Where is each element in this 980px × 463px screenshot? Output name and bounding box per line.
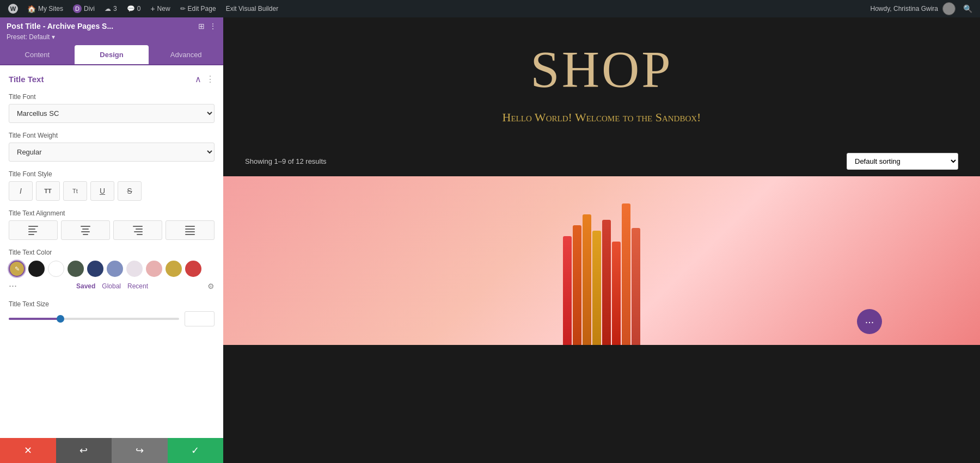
color-settings-button[interactable]: ⚙: [207, 282, 215, 291]
admin-bar-comments[interactable]: 💬 0: [122, 0, 145, 17]
cancel-button[interactable]: ✕: [0, 438, 56, 463]
undo-button[interactable]: ↩: [56, 438, 112, 463]
font-style-capitalize[interactable]: Tt: [63, 181, 87, 201]
admin-bar-cloud[interactable]: ☁ 3: [100, 0, 121, 17]
panel-content: Title Text ∧ ⋮ Title Font Marcellus SC O…: [0, 65, 223, 438]
title-text-size-field: Title Text Size 30px: [9, 300, 215, 326]
title-font-field: Title Font Marcellus SC Open Sans Roboto…: [9, 93, 215, 123]
color-tab-global[interactable]: Global: [102, 282, 121, 290]
section-actions: ∧ ⋮: [195, 74, 215, 84]
shop-subtitle: Hello World! Welcome to the Sandbox!: [234, 110, 969, 125]
admin-bar-mysites[interactable]: 🏠 My Sites: [23, 0, 68, 17]
section-title: Title Text: [9, 75, 44, 84]
tab-design[interactable]: Design: [75, 45, 149, 64]
color-swatch-white[interactable]: [48, 261, 64, 277]
panel-header: Post Title - Archive Pages S... ⊞ ⋮ Pres…: [0, 17, 223, 45]
align-justify-button[interactable]: [166, 220, 215, 240]
redo-button[interactable]: ↪: [112, 438, 168, 463]
align-right-button[interactable]: [113, 220, 162, 240]
cancel-icon: ✕: [24, 445, 32, 456]
tab-advanced[interactable]: Advanced: [149, 45, 223, 64]
exit-builder-label: Exit Visual Builder: [226, 5, 279, 13]
title-size-slider-track[interactable]: [9, 318, 179, 320]
floating-action-button[interactable]: ···: [857, 309, 882, 334]
wp-logo-item[interactable]: W: [4, 0, 22, 17]
pencil-amber: [583, 214, 591, 345]
section-collapse-button[interactable]: ∧: [195, 74, 201, 84]
slider-thumb[interactable]: [57, 315, 64, 323]
sorting-select[interactable]: Default sorting Sort by popularity Sort …: [847, 153, 958, 170]
color-tab-items: Saved Global Recent: [76, 282, 148, 290]
align-center-icon: [81, 226, 90, 235]
preset-dropdown-arrow: ▾: [52, 33, 55, 41]
panel-grid-icon[interactable]: ⊞: [198, 22, 205, 30]
admin-bar-exit-builder[interactable]: Exit Visual Builder: [222, 0, 283, 17]
font-style-underline[interactable]: U: [90, 181, 114, 201]
align-center-button[interactable]: [61, 220, 110, 240]
panel-tabs: Content Design Advanced: [0, 45, 223, 65]
color-swatch-pink[interactable]: [146, 261, 162, 277]
align-right-icon: [133, 226, 143, 235]
pencil-deep-orange: [622, 203, 630, 345]
section-more-button[interactable]: ⋮: [206, 74, 215, 84]
title-text-alignment-field: Title Text Alignment: [9, 209, 215, 240]
color-swatch-black[interactable]: [28, 261, 45, 277]
color-swatch-gold2[interactable]: [166, 261, 182, 277]
title-font-weight-select[interactable]: Regular Bold Light Medium: [9, 143, 215, 162]
pencil-red: [563, 236, 572, 345]
title-text-color-label: Title Text Color: [9, 249, 215, 256]
panel-menu-icon[interactable]: ⋮: [209, 22, 217, 30]
save-button[interactable]: ✓: [168, 438, 224, 463]
shop-hero: SHOP Hello World! Welcome to the Sandbox…: [223, 17, 980, 146]
title-text-color-field: Title Text Color ··· Saved: [9, 249, 215, 292]
pencil-salmon: [632, 228, 640, 345]
divi-label: Divi: [84, 5, 95, 13]
color-swatch-navy[interactable]: [87, 261, 103, 277]
color-tab-recent[interactable]: Recent: [127, 282, 148, 290]
font-style-row: I TT Tt U S: [9, 181, 215, 201]
new-label: New: [157, 5, 170, 13]
color-swatch-slate[interactable]: [107, 261, 123, 277]
save-icon: ✓: [191, 445, 199, 456]
pencil-red2: [612, 242, 621, 345]
color-swatch-red[interactable]: [185, 261, 201, 277]
title-text-size-label: Title Text Size: [9, 300, 215, 308]
pencil-yellow: [592, 231, 601, 345]
title-font-select[interactable]: Marcellus SC Open Sans Roboto Georgia: [9, 104, 215, 123]
shop-results-text: Showing 1–9 of 12 results: [245, 157, 327, 165]
my-sites-label: My Sites: [38, 5, 63, 13]
color-swatches: [9, 261, 215, 277]
admin-bar-divi[interactable]: D Divi: [69, 0, 99, 17]
font-style-strikethrough[interactable]: S: [118, 181, 142, 201]
tab-content[interactable]: Content: [0, 45, 75, 64]
pencil-dark-red: [602, 220, 611, 345]
alignment-row: [9, 220, 215, 240]
admin-bar-new[interactable]: + New: [146, 0, 174, 17]
cloud-count: 3: [113, 5, 117, 13]
panel-title: Post Title - Archive Pages S...: [7, 22, 113, 30]
color-tabs-row: ··· Saved Global Recent ⚙: [9, 280, 215, 292]
color-swatch-lavender[interactable]: [126, 261, 143, 277]
font-style-uppercase[interactable]: TT: [36, 181, 60, 201]
color-swatch-gold-selected[interactable]: [9, 261, 25, 277]
admin-bar-edit-page[interactable]: ✏ Edit Page: [176, 0, 220, 17]
admin-bar-right: Howdy, Christina Gwira 🔍: [871, 2, 976, 15]
color-more-dots[interactable]: ···: [9, 280, 17, 292]
floating-dots-icon: ···: [865, 316, 874, 328]
color-swatch-dark-green[interactable]: [68, 261, 84, 277]
align-left-icon: [28, 226, 38, 235]
align-left-button[interactable]: [9, 220, 58, 240]
product-image-area: ···: [223, 176, 980, 345]
admin-bar: W 🏠 My Sites D Divi ☁ 3 💬 0 + New ✏ Edit…: [0, 0, 980, 17]
panel-preset-text: Preset: Default: [7, 33, 50, 41]
title-text-alignment-label: Title Text Alignment: [9, 209, 215, 217]
user-avatar[interactable]: [942, 2, 955, 15]
color-tab-saved[interactable]: Saved: [76, 282, 95, 290]
search-icon[interactable]: 🔍: [960, 4, 976, 13]
font-style-italic[interactable]: I: [9, 181, 33, 201]
pencil-orange: [573, 225, 581, 345]
title-size-input[interactable]: 30px: [185, 311, 215, 326]
undo-icon: ↩: [79, 445, 88, 456]
panel-preset[interactable]: Preset: Default ▾: [7, 33, 217, 41]
panel-title-icons: ⊞ ⋮: [198, 22, 217, 30]
